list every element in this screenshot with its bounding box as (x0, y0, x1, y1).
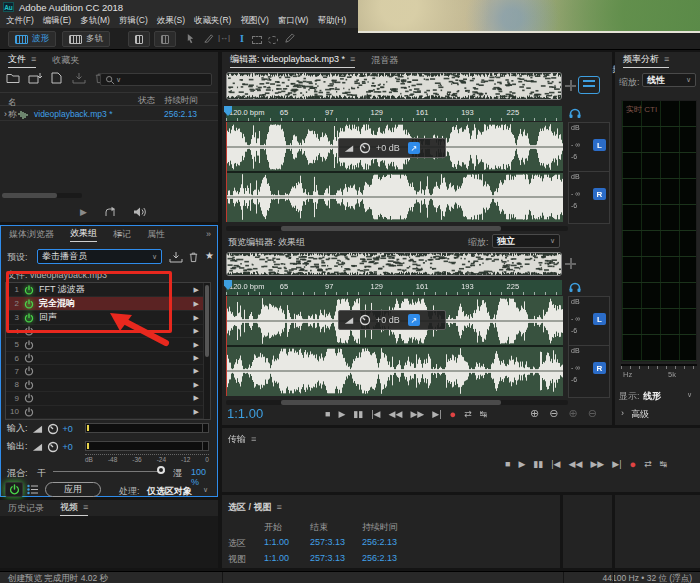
editor-horizontal-scrollbar[interactable] (226, 226, 568, 231)
stop-button[interactable]: ■ (325, 409, 330, 419)
multitrack-view-button[interactable]: 多轨 (62, 31, 110, 47)
frequency-graph[interactable]: 实时 CTI (621, 100, 697, 362)
open-folder-icon[interactable] (6, 72, 20, 84)
effect-slot-empty[interactable]: 8 ▶ (6, 379, 210, 392)
menu-item[interactable]: 视图(V) (240, 15, 268, 27)
menu-item[interactable]: 编辑(E) (43, 15, 71, 27)
tab-properties[interactable]: 属性 (147, 228, 165, 241)
move-tool-icon[interactable] (186, 33, 195, 44)
power-icon[interactable] (24, 380, 34, 390)
slot-arrow-icon[interactable]: ▶ (194, 381, 199, 389)
freq-zoom-dropdown[interactable]: 线性 ∨ (642, 73, 696, 87)
lasso-tool-icon[interactable] (268, 36, 278, 44)
main-waveform[interactable]: +0 dB ↗ (226, 122, 563, 222)
files-horizontal-scrollbar[interactable] (2, 193, 82, 198)
skip-selection-button[interactable]: ↹ (660, 459, 668, 469)
effect-slot-empty[interactable]: 9 ▶ (6, 392, 210, 405)
go-to-end-button[interactable]: ▶| (612, 459, 621, 469)
auto-play-speaker-button[interactable] (133, 206, 147, 218)
zoom-in-selection-button[interactable]: ⊕ (568, 407, 577, 420)
menu-item[interactable]: 效果(S) (157, 15, 185, 27)
view-end[interactable]: 257:3.13 (310, 553, 345, 563)
import-file-icon[interactable] (28, 72, 42, 84)
rewind-button[interactable]: ◀◀ (389, 409, 403, 419)
power-icon[interactable] (24, 407, 34, 417)
skip-selection-button[interactable]: ↹ (480, 409, 488, 419)
channel-right-button[interactable]: R (593, 362, 606, 374)
column-duration[interactable]: 持续时间 (164, 95, 198, 107)
solo-monitor-icon[interactable] (566, 279, 584, 294)
tab-files[interactable]: 文件≡ (8, 53, 36, 68)
search-dropdown-icon[interactable]: ∨ (116, 76, 121, 84)
export-icon[interactable] (72, 72, 86, 84)
zoom-in-time-button[interactable]: ⊕ (530, 407, 539, 420)
input-knob[interactable] (47, 423, 59, 435)
menu-item[interactable]: 剪辑(C) (119, 15, 148, 27)
marquee-tool-icon[interactable] (252, 36, 262, 44)
file-name[interactable]: videoplayback.mp3 * (34, 109, 112, 119)
slip-tool-icon[interactable]: |↔| (218, 33, 230, 42)
go-to-start-button[interactable]: |◀ (371, 409, 380, 419)
loop-playback-button[interactable]: ⇄ (644, 459, 652, 469)
selection-duration[interactable]: 256:2.13 (362, 537, 397, 547)
tab-overflow-icon[interactable]: » (206, 229, 211, 239)
input-gain-value[interactable]: +0 (63, 424, 73, 434)
chevron-down-icon[interactable]: ∨ (687, 391, 692, 399)
mix-slider-handle[interactable] (157, 466, 165, 474)
play-button[interactable]: ▶ (518, 459, 525, 469)
editor-layout-button[interactable] (578, 76, 600, 94)
fast-forward-button[interactable]: ▶▶ (590, 459, 604, 469)
slot-arrow-icon[interactable]: ▶ (194, 314, 199, 322)
effect-slot-empty[interactable]: 10 ▶ (6, 406, 210, 419)
preview-waveform[interactable]: +0 dB ↗ (226, 296, 563, 396)
tab-editor[interactable]: 编辑器: videoplayback.mp3 *≡ (230, 53, 355, 68)
zoom-mode-dropdown[interactable]: 独立 ∨ (492, 234, 560, 248)
hud-pin-icon[interactable]: ↗ (408, 142, 420, 154)
waveform-view-button[interactable]: 波形 (8, 31, 56, 47)
search-input[interactable]: ∨ (100, 73, 212, 86)
go-to-start-button[interactable]: |◀ (551, 459, 560, 469)
go-to-end-button[interactable]: ▶| (432, 409, 441, 419)
gain-hud[interactable]: +0 dB ↗ (338, 138, 446, 158)
loop-playback-button[interactable]: ⇄ (464, 409, 472, 419)
advanced-label[interactable]: 高级 (631, 408, 649, 421)
effect-slot-empty[interactable]: 7 ▶ (6, 365, 210, 378)
overview-waveform[interactable] (227, 73, 561, 99)
preview-overview-waveform[interactable] (227, 253, 561, 275)
view-start[interactable]: 1:1.00 (264, 553, 289, 563)
panel-menu-icon[interactable]: ≡ (31, 54, 36, 64)
time-selection-tool-icon[interactable]: I (240, 33, 244, 44)
stop-button[interactable]: ■ (505, 459, 510, 469)
menu-item[interactable]: 多轨(M) (80, 15, 110, 27)
mix-slider-track[interactable] (53, 471, 165, 472)
delete-preset-icon[interactable] (188, 251, 199, 263)
tab-effects-rack[interactable]: 效果组 (70, 227, 97, 242)
output-knob[interactable] (47, 441, 59, 453)
gain-knob[interactable] (359, 314, 371, 326)
channel-right-button[interactable]: R (593, 188, 606, 200)
effects-scrollbar[interactable] (203, 283, 210, 419)
preset-dropdown[interactable]: 拳击播音员 ∨ (37, 249, 162, 264)
fast-forward-button[interactable]: ▶▶ (410, 409, 424, 419)
chevron-down-icon[interactable]: ∨ (203, 486, 208, 494)
view-duration[interactable]: 256:2.13 (362, 553, 397, 563)
menu-item[interactable]: 收藏夹(R) (194, 15, 231, 27)
file-row[interactable]: › videoplayback.mp3 * 256:2.13 (0, 107, 218, 121)
channel-left-button[interactable]: L (593, 139, 606, 151)
slot-arrow-icon[interactable]: ▶ (194, 286, 199, 294)
tab-video[interactable]: 视频≡ (60, 501, 88, 516)
brush-tool-icon[interactable] (284, 33, 295, 44)
preview-overview-navigator[interactable] (226, 252, 562, 276)
process-dropdown[interactable]: 仅选区对象 (147, 485, 192, 498)
timeline-ruler[interactable]: 120.0 bpm 6597129161193225 (226, 106, 562, 121)
record-button[interactable]: ● (449, 408, 456, 420)
rewind-button[interactable]: ◀◀ (569, 459, 583, 469)
slot-arrow-icon[interactable]: ▶ (194, 300, 199, 308)
menu-item[interactable]: 窗口(W) (278, 15, 309, 27)
navigator-settings-icon[interactable] (565, 258, 576, 269)
slot-arrow-icon[interactable]: ▶ (194, 354, 199, 362)
slot-arrow-icon[interactable]: ▶ (194, 408, 199, 416)
loop-preview-button[interactable] (103, 206, 117, 218)
selection-start[interactable]: 1:1.00 (264, 537, 289, 547)
menu-item[interactable]: 文件(F) (6, 15, 34, 27)
